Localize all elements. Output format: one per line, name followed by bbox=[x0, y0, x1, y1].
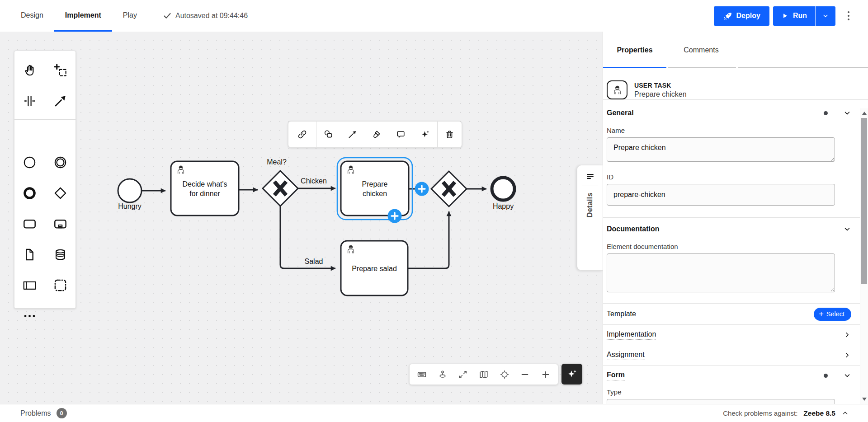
zoom-out-button[interactable] bbox=[516, 366, 534, 384]
task-decide-dinner[interactable]: Decide what's for dinner bbox=[171, 161, 239, 216]
delete-trash-icon bbox=[444, 129, 455, 140]
element-name: Prepare chicken bbox=[634, 90, 687, 98]
gateway1-label: Meal? bbox=[267, 158, 287, 166]
name-input[interactable]: Prepare chicken bbox=[607, 137, 835, 162]
chevron-down-icon[interactable] bbox=[843, 371, 851, 380]
panel-scrollbar[interactable] bbox=[860, 108, 868, 404]
run-options-button[interactable] bbox=[816, 6, 835, 26]
intermediate-event-icon bbox=[53, 155, 67, 169]
more-tools[interactable] bbox=[14, 300, 45, 331]
fit-viewport-button[interactable] bbox=[454, 366, 472, 384]
assignment-title: Assignment bbox=[607, 351, 645, 360]
problems-toggle[interactable]: Problems 0 bbox=[20, 408, 67, 418]
create-group[interactable] bbox=[45, 270, 76, 300]
reset-zoom-button[interactable] bbox=[495, 366, 514, 384]
expand-icon bbox=[458, 370, 468, 380]
form-header[interactable]: Form bbox=[607, 366, 851, 385]
create-end-event[interactable] bbox=[14, 178, 45, 208]
set-color-button[interactable] bbox=[364, 122, 388, 147]
flyout-divider bbox=[582, 186, 598, 186]
append-element-button[interactable] bbox=[316, 122, 340, 147]
keyboard-shortcuts-button[interactable] bbox=[413, 366, 431, 384]
delete-button[interactable] bbox=[438, 122, 462, 147]
properties-tabs: Properties Comments bbox=[603, 32, 868, 68]
create-subprocess[interactable] bbox=[45, 208, 76, 239]
top-bar: Design Implement Play Autosaved at 09:44… bbox=[0, 0, 868, 32]
create-data-object[interactable] bbox=[14, 239, 45, 270]
documentation-header[interactable]: Documentation bbox=[607, 225, 851, 233]
check-problems-label: Check problems against: bbox=[723, 409, 797, 417]
task-prepare-chicken[interactable]: Prepare chicken bbox=[337, 158, 412, 220]
deploy-button[interactable]: Deploy bbox=[714, 6, 769, 26]
tab-design[interactable]: Design bbox=[10, 0, 54, 32]
implementation-row[interactable]: Implementation bbox=[607, 325, 851, 345]
engine-version-selector[interactable]: Check problems against: Zeebe 8.5 bbox=[723, 409, 849, 417]
ai-assist-button[interactable] bbox=[413, 122, 437, 147]
scrollbar-down-arrow[interactable] bbox=[862, 398, 867, 401]
data-object-icon bbox=[23, 248, 37, 262]
task2-label-line2: chicken bbox=[363, 190, 387, 197]
scrollbar-thumb[interactable] bbox=[861, 118, 867, 284]
minimap-button[interactable] bbox=[475, 366, 493, 384]
task2-label-line1: Prepare bbox=[362, 180, 388, 188]
details-flyout-tab[interactable]: Details bbox=[577, 165, 603, 271]
problems-label: Problems bbox=[20, 409, 51, 417]
general-header[interactable]: General bbox=[607, 109, 851, 117]
name-field-label: Name bbox=[607, 127, 851, 134]
joystick-icon bbox=[438, 370, 448, 380]
context-pad bbox=[288, 121, 462, 148]
id-input[interactable] bbox=[607, 184, 835, 206]
append-element-badge[interactable] bbox=[415, 182, 429, 196]
hand-mode-button[interactable] bbox=[434, 366, 452, 384]
tab-comments[interactable]: Comments bbox=[666, 32, 736, 68]
tab-properties[interactable]: Properties bbox=[603, 32, 666, 68]
ai-copilot-button[interactable] bbox=[561, 364, 582, 384]
minimap-icon bbox=[479, 370, 489, 380]
overflow-menu-button[interactable] bbox=[841, 7, 856, 25]
create-start-event[interactable] bbox=[14, 147, 45, 178]
documentation-title: Documentation bbox=[607, 225, 659, 233]
task-prepare-salad[interactable]: Prepare salad bbox=[341, 241, 408, 295]
form-type-input[interactable] bbox=[607, 399, 835, 404]
tab-underline bbox=[738, 67, 868, 68]
flow-task3-to-gateway2[interactable] bbox=[407, 211, 449, 268]
element-type: USER TASK bbox=[634, 82, 687, 89]
connect-arrow-icon bbox=[347, 129, 358, 140]
chevron-down-icon[interactable] bbox=[843, 225, 851, 233]
create-task[interactable] bbox=[14, 208, 45, 239]
section-form: Form Type bbox=[603, 366, 868, 404]
comment-button[interactable] bbox=[389, 122, 413, 147]
section-assignment: Assignment bbox=[603, 345, 868, 365]
create-data-store[interactable] bbox=[45, 239, 76, 270]
comment-icon bbox=[396, 129, 406, 140]
scrollbar-up-arrow[interactable] bbox=[862, 112, 867, 115]
select-template-button[interactable]: + Select bbox=[814, 308, 851, 321]
create-gateway[interactable] bbox=[45, 178, 76, 208]
link-button[interactable] bbox=[288, 122, 316, 147]
chevron-down-icon[interactable] bbox=[843, 109, 851, 117]
element-documentation-input[interactable] bbox=[607, 253, 835, 292]
lasso-tool[interactable] bbox=[45, 55, 76, 85]
create-intermediate-event[interactable] bbox=[45, 147, 76, 178]
connect-button[interactable] bbox=[340, 122, 364, 147]
create-participant[interactable] bbox=[14, 270, 45, 300]
hand-icon bbox=[23, 63, 37, 77]
general-title: General bbox=[607, 109, 634, 117]
gateway-meal[interactable] bbox=[263, 171, 298, 206]
active-tab-underline bbox=[603, 67, 666, 68]
space-tool[interactable] bbox=[14, 85, 45, 116]
zoom-in-button[interactable] bbox=[537, 366, 555, 384]
end-event-happy[interactable] bbox=[492, 178, 514, 200]
color-brush-icon bbox=[371, 129, 382, 140]
tab-implement[interactable]: Implement bbox=[54, 0, 112, 32]
start-event-hungry[interactable] bbox=[118, 179, 142, 202]
bpmn-canvas[interactable]: Hungry Decide what's for dinner Meal? Ch… bbox=[0, 32, 603, 404]
gateway-join[interactable] bbox=[431, 171, 467, 206]
assignment-row[interactable]: Assignment bbox=[607, 345, 851, 365]
task3-label: Prepare salad bbox=[352, 265, 397, 272]
tab-play[interactable]: Play bbox=[112, 0, 148, 32]
append-element-badge-bottom[interactable] bbox=[388, 209, 402, 223]
global-connect-tool[interactable] bbox=[45, 85, 76, 116]
run-button[interactable]: Run bbox=[773, 6, 816, 26]
hand-tool[interactable] bbox=[14, 55, 45, 85]
